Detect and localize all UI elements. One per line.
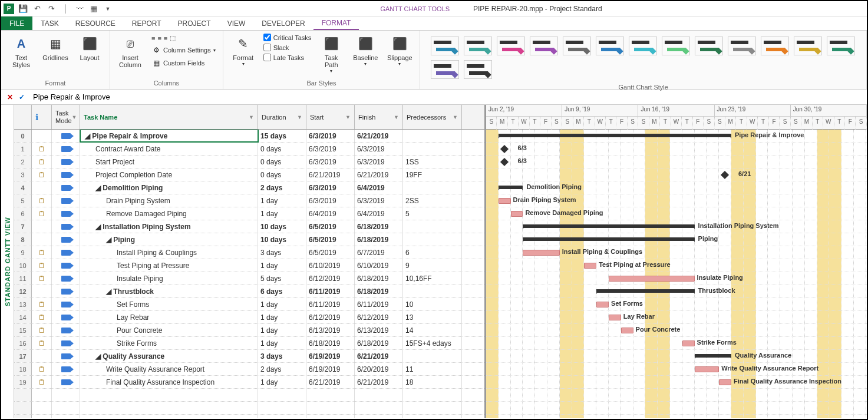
finish-cell[interactable]: 6/18/2019 xyxy=(355,220,403,233)
gantt-style-swatch[interactable] xyxy=(596,37,624,55)
dropdown-icon[interactable]: ▼ xyxy=(345,114,351,120)
table-row[interactable]: 18 🗒 Write Quality Assurance Report 2 da… xyxy=(14,363,484,376)
gantt-style-swatch[interactable] xyxy=(695,37,723,55)
row-number[interactable]: 0 xyxy=(14,130,32,142)
duration-cell[interactable]: 3 days xyxy=(258,246,306,259)
row-number[interactable]: 4 xyxy=(14,181,32,194)
table-row[interactable]: 13 🗒 Set Forms 1 day 6/11/2019 6/11/2019… xyxy=(14,298,484,311)
summary-bar[interactable] xyxy=(695,354,731,358)
predecessors-cell[interactable] xyxy=(403,143,462,155)
baseline-button[interactable]: ⬛Baseline▾ xyxy=(350,33,381,68)
tab-file[interactable]: FILE xyxy=(1,16,32,30)
start-cell[interactable]: 6/19/2019 xyxy=(306,350,355,362)
row-number[interactable]: 12 xyxy=(14,285,32,297)
duration-cell[interactable]: 10 days xyxy=(258,233,306,246)
finish-cell[interactable]: 6/13/2019 xyxy=(355,324,403,336)
finish-cell[interactable]: 6/20/2019 xyxy=(355,363,403,375)
row-number[interactable]: 9 xyxy=(14,246,32,259)
finish-cell[interactable]: 6/18/2019 xyxy=(355,285,403,297)
duration-cell[interactable]: 1 day xyxy=(258,376,306,388)
tab-project[interactable]: PROJECT xyxy=(170,16,219,30)
duration-cell[interactable]: 1 day xyxy=(258,194,306,207)
table-row-empty[interactable] xyxy=(14,415,484,418)
start-cell[interactable]: 6/3/2019 xyxy=(306,156,355,168)
dropdown-icon[interactable]: ▼ xyxy=(453,114,458,120)
task-mode-cell[interactable] xyxy=(52,143,80,155)
row-number[interactable]: 8 xyxy=(14,233,32,246)
task-name-cell[interactable]: Pour Concrete xyxy=(80,324,258,336)
start-cell[interactable]: 6/12/2019 xyxy=(306,311,355,323)
milestone-marker[interactable] xyxy=(500,158,509,166)
task-mode-cell[interactable] xyxy=(52,194,80,207)
table-row-empty[interactable] xyxy=(14,389,484,402)
col-finish[interactable]: Finish▼ xyxy=(355,105,403,129)
duration-cell[interactable]: 2 days xyxy=(258,363,306,375)
predecessors-cell[interactable]: 1SS xyxy=(403,156,462,168)
table-row[interactable]: 8 ◢ Piping 10 days 6/5/2019 6/18/2019 xyxy=(14,233,484,246)
predecessors-cell[interactable]: 10 xyxy=(403,298,462,310)
finish-cell[interactable]: 6/18/2019 xyxy=(355,337,403,349)
duration-cell[interactable]: 1 day xyxy=(258,324,306,336)
duration-cell[interactable]: 1 day xyxy=(258,337,306,349)
start-cell[interactable]: 6/21/2019 xyxy=(306,168,355,181)
duration-cell[interactable]: 0 days xyxy=(258,156,306,168)
task-name-cell[interactable]: Drain Piping System xyxy=(80,194,258,207)
summary-bar[interactable] xyxy=(523,237,694,241)
task-name-cell[interactable]: Set Forms xyxy=(80,298,258,310)
duration-cell[interactable]: 1 day xyxy=(258,298,306,310)
task-name-cell[interactable]: Project Completion Date xyxy=(80,168,258,181)
task-mode-cell[interactable] xyxy=(52,207,80,220)
redo-icon[interactable]: ↷ xyxy=(46,4,57,14)
gantt-style-swatch[interactable] xyxy=(827,37,855,55)
cancel-icon[interactable]: ✕ xyxy=(7,93,13,101)
task-name-cell[interactable]: Start Project xyxy=(80,156,258,168)
gantt-style-swatch[interactable] xyxy=(761,37,789,55)
dropdown-icon[interactable]: ▼ xyxy=(72,114,77,120)
finish-cell[interactable]: 6/21/2019 xyxy=(355,350,403,362)
task-name-cell[interactable]: Contract Award Date xyxy=(80,143,258,155)
gantt-style-swatch[interactable] xyxy=(497,37,525,55)
row-number[interactable]: 14 xyxy=(14,311,32,323)
gantt-style-gallery[interactable] xyxy=(425,33,862,82)
table-row[interactable]: 6 🗒 Remove Damaged Piping 1 day 6/4/2019… xyxy=(14,207,484,220)
row-number[interactable]: 6 xyxy=(14,207,32,220)
finish-cell[interactable]: 6/18/2019 xyxy=(355,272,403,285)
start-cell[interactable]: 6/12/2019 xyxy=(306,272,355,285)
predecessors-cell[interactable]: 19FF xyxy=(403,168,462,181)
finish-cell[interactable]: 6/18/2019 xyxy=(355,233,403,246)
gantt-style-swatch[interactable] xyxy=(464,60,492,79)
task-path-button[interactable]: ⬛Task Path▾ xyxy=(316,33,346,75)
duration-cell[interactable]: 10 days xyxy=(258,220,306,233)
task-name-cell[interactable]: ◢ Piping xyxy=(80,233,258,246)
finish-cell[interactable]: 6/3/2019 xyxy=(355,156,403,168)
task-name-cell[interactable]: Insulate Piping xyxy=(80,272,258,285)
task-mode-cell[interactable] xyxy=(52,311,80,323)
start-cell[interactable]: 6/5/2019 xyxy=(306,246,355,259)
start-cell[interactable]: 6/13/2019 xyxy=(306,324,355,336)
row-number[interactable]: 15 xyxy=(14,324,32,336)
table-row[interactable]: 16 🗒 Strike Forms 1 day 6/18/2019 6/18/2… xyxy=(14,337,484,350)
task-bar[interactable] xyxy=(511,211,523,217)
gantt-style-swatch[interactable] xyxy=(464,37,492,55)
start-cell[interactable]: 6/5/2019 xyxy=(306,220,355,233)
formula-input[interactable] xyxy=(31,91,861,102)
wrap-text-icon[interactable]: ⬚ xyxy=(170,34,176,42)
task-mode-cell[interactable] xyxy=(52,220,80,233)
tab-report[interactable]: REPORT xyxy=(124,16,170,30)
table-row[interactable]: 9 🗒 Install Piping & Couplings 3 days 6/… xyxy=(14,246,484,259)
duration-cell[interactable]: 5 days xyxy=(258,272,306,285)
table-row[interactable]: 7 ◢ Installation Piping System 10 days 6… xyxy=(14,220,484,233)
duration-cell[interactable]: 0 days xyxy=(258,168,306,181)
predecessors-cell[interactable]: 2SS xyxy=(403,194,462,207)
predecessors-cell[interactable]: 14 xyxy=(403,324,462,336)
dropdown-icon[interactable]: ▼ xyxy=(394,114,399,120)
task-name-cell[interactable]: ◢ Thrustblock xyxy=(80,285,258,297)
task-mode-cell[interactable] xyxy=(52,298,80,310)
row-number[interactable]: 1 xyxy=(14,143,32,155)
task-name-cell[interactable]: ◢ Pipe Repair & Improve xyxy=(80,130,258,142)
table-row[interactable]: 12 ◢ Thrustblock 6 days 6/11/2019 6/18/2… xyxy=(14,285,484,298)
task-mode-cell[interactable] xyxy=(52,376,80,388)
predecessors-cell[interactable] xyxy=(403,130,462,142)
task-name-cell[interactable]: Strike Forms xyxy=(80,337,258,349)
task-name-cell[interactable]: Final Quality Assurance Inspection xyxy=(80,376,258,388)
